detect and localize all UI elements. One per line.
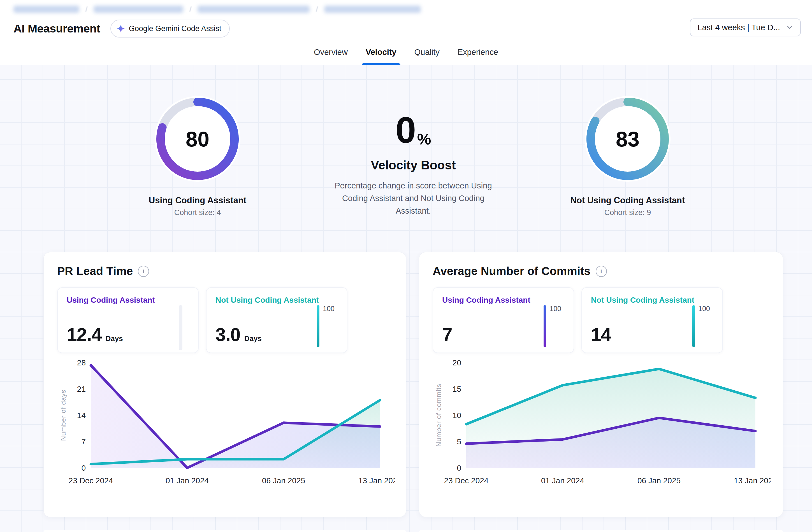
- not-using-assistant-gauge-block: 83 Not Using Coding Assistant Cohort siz…: [541, 91, 714, 217]
- stat-value: 7: [442, 324, 452, 345]
- svg-text:10: 10: [452, 411, 461, 420]
- tab-experience[interactable]: Experience: [458, 40, 498, 65]
- info-icon[interactable]: i: [138, 266, 149, 277]
- boost-unit: %: [417, 131, 431, 149]
- page-title: AI Measurement: [13, 22, 100, 35]
- breadcrumb-segment[interactable]: [13, 5, 79, 13]
- stat-label: Not Using Coding Assistant: [216, 296, 338, 305]
- next-row-card-edge: [419, 530, 783, 532]
- cohort-size: Cohort size: 4: [111, 208, 285, 217]
- svg-text:23 Dec 2024: 23 Dec 2024: [69, 476, 113, 485]
- gemini-spark-icon: [117, 24, 125, 33]
- tab-overview[interactable]: Overview: [314, 40, 348, 65]
- breadcrumb-segment[interactable]: [324, 5, 421, 13]
- breadcrumb-separator: /: [85, 5, 87, 14]
- minibar-max-label: 100: [698, 305, 710, 312]
- gauge-label: Not Using Coding Assistant: [541, 195, 714, 206]
- info-icon[interactable]: i: [596, 266, 607, 277]
- minibar: 100: [543, 305, 561, 347]
- breadcrumb-segment[interactable]: [93, 5, 183, 13]
- svg-text:20: 20: [452, 358, 461, 367]
- svg-text:06 Jan 2025: 06 Jan 2025: [262, 476, 305, 485]
- svg-text:23 Dec 2024: 23 Dec 2024: [444, 476, 489, 485]
- minibar: 100: [692, 305, 710, 347]
- cohort-size: Cohort size: 9: [541, 208, 714, 217]
- card-title: Average Number of Commits: [433, 265, 591, 278]
- avg-commits-chart: 0510152023 Dec 202401 Jan 202406 Jan 202…: [433, 358, 769, 491]
- stat-card-not-using: Not Using Coding Assistant 3.0 Days 100: [206, 287, 347, 353]
- svg-text:Number of commits: Number of commits: [435, 384, 443, 447]
- stat-card-using: Using Coding Assistant 7 100: [433, 287, 574, 353]
- svg-text:13 Jan 2025: 13 Jan 2025: [358, 476, 395, 485]
- svg-text:06 Jan 2025: 06 Jan 2025: [637, 476, 681, 485]
- next-row-card-edge: [43, 530, 406, 532]
- tab-bar: Overview Velocity Quality Experience: [0, 40, 812, 65]
- svg-text:0: 0: [457, 464, 461, 472]
- svg-text:13 Jan 2025: 13 Jan 2025: [734, 476, 771, 485]
- pr-lead-time-card: PR Lead Time i Using Coding Assistant 12…: [43, 252, 406, 517]
- area-chart: 0510152023 Dec 202401 Jan 202406 Jan 202…: [433, 358, 771, 490]
- gemini-badge-label: Google Gemini Code Assist: [129, 24, 221, 33]
- svg-text:01 Jan 2024: 01 Jan 2024: [541, 476, 584, 485]
- breadcrumb-separator: /: [316, 5, 318, 14]
- svg-text:15: 15: [452, 385, 461, 394]
- gauge-value: 80: [150, 91, 245, 187]
- velocity-boost-block: 0 % Velocity Boost Percentage change in …: [324, 112, 503, 217]
- tab-quality[interactable]: Quality: [415, 40, 440, 65]
- stat-value: 3.0: [216, 324, 241, 345]
- date-range-select[interactable]: Last 4 weeks | Tue D...: [690, 18, 801, 36]
- svg-text:0: 0: [81, 464, 86, 472]
- stat-value: 14: [591, 324, 611, 345]
- stat-value: 12.4: [67, 324, 101, 345]
- card-title: PR Lead Time: [57, 265, 133, 278]
- stat-unit: Days: [105, 334, 123, 343]
- gauge-value: 83: [580, 91, 675, 187]
- svg-text:01 Jan 2024: 01 Jan 2024: [165, 476, 209, 485]
- app-header: / / / AI Measurement Google Gemini Code …: [0, 0, 812, 40]
- svg-text:28: 28: [77, 358, 86, 367]
- boost-title: Velocity Boost: [324, 158, 503, 172]
- dashboard-content: 80 Using Coding Assistant Cohort size: 4…: [0, 65, 812, 532]
- using-assistant-gauge-block: 80 Using Coding Assistant Cohort size: 4: [111, 91, 285, 217]
- breadcrumb: / / /: [13, 4, 421, 14]
- minibar: 100: [317, 305, 335, 347]
- stat-label: Not Using Coding Assistant: [591, 296, 713, 305]
- area-chart: 0714212823 Dec 202401 Jan 202406 Jan 202…: [57, 358, 395, 490]
- tab-velocity[interactable]: Velocity: [366, 40, 396, 65]
- svg-text:21: 21: [77, 385, 86, 394]
- boost-value: 0: [395, 112, 416, 149]
- svg-text:5: 5: [457, 437, 461, 446]
- boost-description: Percentage change in score between Using…: [327, 179, 500, 217]
- svg-text:14: 14: [77, 411, 86, 420]
- svg-text:7: 7: [81, 437, 86, 446]
- stat-card-not-using: Not Using Coding Assistant 14 100: [581, 287, 723, 353]
- avg-commits-card: Average Number of Commits i Using Coding…: [419, 252, 783, 517]
- gauge-label: Using Coding Assistant: [111, 195, 285, 206]
- stat-label: Using Coding Assistant: [67, 296, 189, 305]
- date-range-value: Last 4 weeks | Tue D...: [698, 23, 780, 32]
- minibar-max-label: 100: [549, 305, 561, 312]
- breadcrumb-separator: /: [189, 5, 191, 14]
- stat-card-using: Using Coding Assistant 12.4 Days: [57, 287, 199, 353]
- stat-label: Using Coding Assistant: [442, 296, 565, 305]
- minibar-max-label: 100: [323, 305, 335, 312]
- breadcrumb-segment[interactable]: [198, 5, 309, 13]
- minibar: [179, 305, 186, 350]
- svg-text:Number of days: Number of days: [59, 389, 67, 441]
- pr-lead-time-chart: 0714212823 Dec 202401 Jan 202406 Jan 202…: [57, 358, 393, 491]
- gemini-badge[interactable]: Google Gemini Code Assist: [111, 19, 230, 38]
- chevron-down-icon: [786, 24, 794, 31]
- stat-unit: Days: [244, 334, 262, 343]
